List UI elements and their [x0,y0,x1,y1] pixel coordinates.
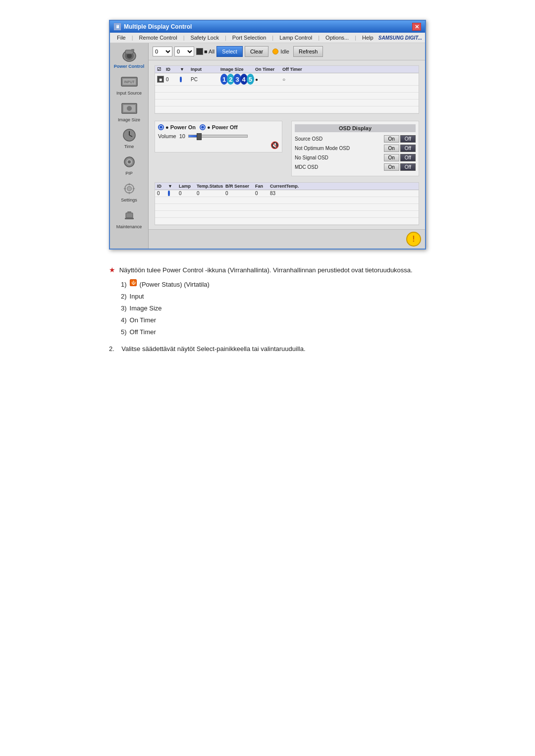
sidebar-item-settings[interactable]: Settings [112,181,147,202]
menu-options[interactable]: Options... [321,34,353,42]
osd-no-signal-on[interactable]: On [384,154,399,161]
select-button[interactable]: Select [216,46,243,57]
warning-icon: ! [406,232,421,247]
col-check: ☑ [156,67,165,72]
row-checkbox[interactable]: ■ [157,76,164,83]
menu-lamp-control[interactable]: Lamp Control [275,34,316,42]
row-input: PC [190,77,219,82]
menu-bar: File | Remote Control | Safety Lock | Po… [110,33,425,43]
power-volume-section: ● Power On ● Power Off Volume 10 [152,119,285,178]
col-arrow-lower: ▼ [167,184,178,189]
desc-item-1-text: (Power Status) (Virtatila) [140,279,210,290]
lower-table-container: ID ▼ Lamp Temp.Status B/R Senser Fan Cur… [152,180,422,227]
lower-table-header: ID ▼ Lamp Temp.Status B/R Senser Fan Cur… [155,183,419,190]
col-fan: Fan [254,184,269,189]
osd-source-off[interactable]: Off [400,135,416,143]
brand-logo: SAMSUNG DIGIT... [378,35,422,41]
lower-row-id: 0 [156,191,167,196]
sidebar-label-power-control: Power Control [114,64,145,69]
settings-icon [120,181,139,197]
desc-item-1-num: 1) [121,279,127,290]
svg-point-10 [127,106,132,111]
time-icon [120,127,139,143]
status-dot [272,49,278,54]
power-off-dot [200,124,206,130]
sidebar-item-time[interactable]: Time [112,127,147,149]
col-current-temp: CurrentTemp. [269,184,304,189]
menu-file[interactable]: File [113,34,130,42]
right-panel: 0 0 ■ All Select Clear Idle Refresh [149,43,425,249]
volume-label: Volume [158,133,176,139]
sidebar-item-maintenance[interactable]: Maintenance [112,207,147,229]
desc-note: 2. Valitse säädettävät näytöt Select-pai… [109,344,426,354]
osd-not-optimum-on[interactable]: On [384,145,399,152]
desc-item-5-num: 5) [121,327,127,338]
col-temp-status: Temp.Status [196,184,224,189]
all-checkbox-label: ■ All [196,48,214,55]
title-bar-left: 🖥 Multiple Display Control [114,23,192,30]
power-off-label: ● Power Off [207,124,238,130]
refresh-button[interactable]: Refresh [293,46,323,57]
status-indicator: Idle [272,49,289,54]
osd-no-signal-label: No Signal OSD [295,155,384,160]
desc-item-1: 1) ⏻ (Power Status) (Virtatila) [121,279,426,290]
sidebar-item-input-source[interactable]: INPUT Input Source [112,74,147,96]
lower-row-temp-status: 0 [196,191,224,196]
row-radio[interactable] [180,77,182,82]
sidebar-label-time: Time [124,144,134,149]
toolbar: 0 0 ■ All Select Clear Idle Refresh [149,43,425,60]
upper-table-row[interactable]: ■ 0 PC 1 2 3 4 5 [155,73,419,86]
osd-row-not-optimum: Not Optimum Mode OSD On Off [295,145,416,152]
window-icon: 🖥 [114,23,121,30]
menu-help[interactable]: Help [358,34,377,42]
desc-item-2-num: 2) [121,291,127,302]
volume-handle [197,133,202,140]
close-button[interactable]: ✕ [412,23,421,31]
osd-section: OSD Display Source OSD On Off Not Optimu… [291,121,419,176]
lower-row-radio[interactable] [168,191,170,196]
col-image-size: Image Size [219,67,254,72]
menu-remote-control[interactable]: Remote Control [135,34,181,42]
osd-mdc-off[interactable]: Off [400,163,416,171]
power-section: ● Power On ● Power Off Volume 10 [155,121,282,152]
row-image-size: 1 2 3 4 5 [219,74,254,85]
osd-source-on[interactable]: On [384,135,399,143]
osd-row-source: Source OSD On Off [295,135,416,143]
osd-no-signal-off[interactable]: Off [400,154,416,161]
svg-rect-4 [131,49,134,51]
power-on-radio[interactable]: ● Power On [158,124,196,130]
lower-table-row-empty-2 [155,204,419,211]
sidebar-item-pip[interactable]: PIP [112,154,147,176]
sidebar: Power Control INPUT Input Source [110,43,149,249]
power-off-radio[interactable]: ● Power Off [200,124,238,130]
pip-icon [120,154,139,170]
desc-item-4-text: On Timer [130,315,156,326]
lower-table-row-empty-1 [155,197,419,204]
menu-port-selection[interactable]: Port Selection [228,34,270,42]
desc-note-num: 2. [109,345,114,353]
osd-no-signal-btns: On Off [384,154,416,161]
osd-mdc-on[interactable]: On [384,163,399,171]
osd-row-mdc: MDC OSD On Off [295,163,416,171]
desc-item-4-num: 4) [121,315,127,326]
menu-safety-lock[interactable]: Safety Lock [187,34,223,42]
desc-item-2-text: Input [130,291,144,302]
volume-row: Volume 10 [158,133,279,139]
lower-row-fan: 0 [254,191,269,196]
row-id: 0 [165,77,179,82]
id-select-2[interactable]: 0 [174,47,194,56]
volume-fill [189,135,198,137]
sidebar-item-power-control[interactable]: Power Control [112,47,147,69]
sidebar-item-image-size[interactable]: Image Size [112,101,147,122]
clear-button[interactable]: Clear [245,46,268,57]
row-off-timer: ○ [281,77,309,82]
svg-rect-20 [126,213,133,218]
sidebar-label-settings: Settings [121,198,137,202]
upper-table-header: ☑ ID ▼ Input Image Size On Timer Off Tim… [155,66,419,73]
upper-table-row-empty-4 [155,106,419,113]
svg-rect-21 [127,211,131,213]
lower-table-row[interactable]: 0 0 0 0 0 83 [155,190,419,197]
osd-not-optimum-off[interactable]: Off [400,145,416,152]
id-select-1[interactable]: 0 [153,47,172,56]
volume-slider[interactable] [188,135,248,138]
